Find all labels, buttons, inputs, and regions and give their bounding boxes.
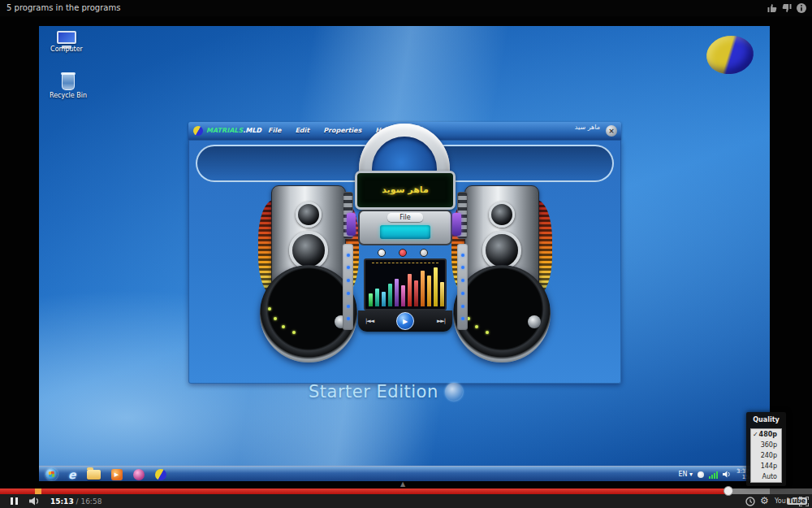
led-dot (268, 307, 271, 310)
current-time: 15:13 (50, 497, 74, 506)
video-title-bar: 5 programs in the programs (0, 0, 812, 16)
led-dot (274, 317, 277, 320)
network-icon (709, 471, 718, 479)
quality-option-480p[interactable]: ✓ 480p (751, 429, 781, 440)
playhead-handle[interactable] (723, 486, 733, 496)
volume-button[interactable] (29, 497, 41, 506)
quality-option-240p[interactable]: 240p (751, 450, 781, 461)
tray-speaker-icon (723, 471, 732, 478)
woofer-driver (453, 265, 551, 363)
action-center-icon (698, 471, 704, 478)
recycle-bin-icon (62, 73, 75, 90)
watermark-sphere-logo (704, 33, 756, 77)
starter-edition-caption: Starter Edition (309, 382, 463, 402)
windows-taskbar: e ▶ EN ▾ 3:37:04 15/08 (39, 466, 770, 481)
quality-option-360p[interactable]: 360p (751, 440, 781, 450)
computer-icon (57, 31, 76, 44)
mid-driver (289, 231, 328, 270)
video-surface[interactable]: Computer Recycle Bin MATRIALS.MLD File E… (39, 26, 770, 481)
thumbs-up-icon[interactable] (767, 2, 778, 14)
player-control-bar: 15:13 / 16:58 ⚙ YouTube (0, 494, 812, 508)
quality-option-auto[interactable]: Auto (751, 471, 781, 482)
media-player-icon: ▶ (111, 469, 123, 480)
youtube-player-page: 5 programs in the programs Computer Recy… (0, 0, 812, 508)
pause-button[interactable] (11, 497, 19, 505)
knob-icon (378, 249, 386, 257)
led-dot (292, 331, 296, 334)
boombox-player: ماهر سويد File (258, 124, 552, 338)
control-panel: File (358, 210, 452, 245)
led-dot (475, 325, 478, 328)
quality-options-panel: ✓ 480p 360p 240p 144p Auto (750, 428, 782, 483)
close-icon: × (606, 125, 617, 137)
song-title-display: ماهر سويد (355, 171, 456, 210)
time-display: 15:13 / 16:58 (50, 497, 102, 506)
thumbs-down-icon[interactable] (781, 2, 793, 14)
record-knob-icon (399, 249, 407, 257)
video-title: 5 programs in the programs (6, 3, 120, 12)
purple-slider (452, 213, 461, 236)
watch-later-icon[interactable] (745, 497, 755, 506)
app-brand-name: MATRIALS (206, 127, 243, 134)
pink-app-icon (133, 469, 145, 480)
boombox-center-unit: ماهر سويد File (353, 171, 456, 333)
desktop-icon-recycle-bin: Recycle Bin (47, 73, 89, 99)
file-button: File (387, 213, 423, 222)
led-dot (486, 331, 489, 334)
titlebar-arabic-text: ماهر سيد (575, 124, 600, 131)
quality-option-144p[interactable]: 144p (751, 461, 781, 471)
next-track-icon: ►►| (437, 318, 445, 324)
equalizer-bars (369, 266, 445, 306)
played-bar (0, 488, 728, 494)
led-strip (343, 244, 353, 330)
info-icon[interactable] (796, 2, 807, 14)
chapter-marker (35, 488, 41, 494)
app-brand: MATRIALS.MLD (206, 127, 261, 134)
quality-menu-title: Quality (746, 416, 786, 423)
desktop-icon-computer: Computer (45, 31, 88, 53)
quality-menu: Quality ✓ 480p 360p 240p 144p Auto (746, 412, 786, 486)
seek-bar[interactable] (0, 488, 812, 494)
purple-slider (347, 213, 356, 236)
knob-row (353, 249, 456, 258)
expand-arrow-icon[interactable]: ▲ (400, 480, 405, 488)
lcd-readout (380, 225, 430, 239)
check-icon: ✓ (753, 429, 758, 440)
previous-track-icon: |◄◄ (365, 318, 374, 324)
volume-knob (528, 315, 541, 328)
desktop-icon-label: Recycle Bin (47, 92, 89, 99)
settings-gear-icon[interactable]: ⚙ (760, 495, 769, 506)
start-button-icon (45, 468, 58, 480)
fullscreen-button[interactable] (799, 497, 809, 506)
windows-orb-glow-icon (445, 383, 463, 401)
led-strip (457, 244, 468, 330)
internet-explorer-icon: e (68, 469, 76, 480)
taskbar-icons: e ▶ (45, 467, 166, 481)
app-logo-icon (193, 126, 203, 136)
play-button: ▶ (396, 312, 414, 330)
starter-edition-text: Starter Edition (309, 382, 438, 402)
language-indicator: EN ▾ (678, 471, 693, 478)
explorer-folder-icon (87, 470, 101, 480)
tweeter-driver (489, 202, 515, 228)
knob-icon (420, 249, 428, 257)
transport-panel: |◄◄ ▶ ►►| (358, 310, 452, 332)
desktop-icon-label: Computer (45, 46, 88, 53)
equalizer-text-line (372, 263, 438, 263)
sphere-app-icon (155, 469, 166, 480)
mid-driver (482, 231, 521, 270)
tweeter-driver (296, 202, 322, 228)
led-dot (282, 325, 285, 328)
duration-time: 16:58 (80, 497, 102, 506)
equalizer-display (364, 258, 447, 310)
